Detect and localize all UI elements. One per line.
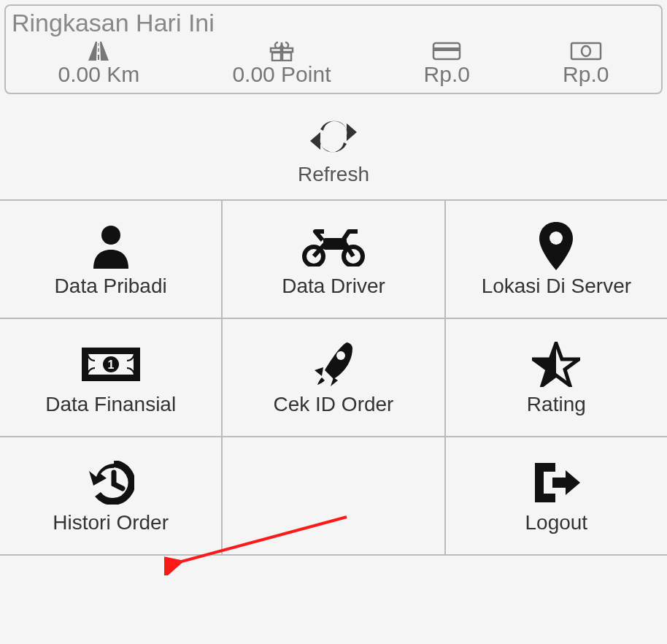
menu-histori-order[interactable]: Histori Order — [0, 437, 221, 554]
summary-cash-value: Rp.0 — [563, 62, 609, 87]
history-icon — [88, 457, 134, 508]
menu-label: Data Finansial — [45, 393, 176, 416]
menu-empty — [223, 437, 444, 554]
svg-point-14 — [336, 351, 345, 360]
svg-point-4 — [101, 226, 120, 245]
map-pin-icon — [538, 221, 574, 272]
user-icon — [89, 221, 133, 272]
menu-cek-id-order[interactable]: Cek ID Order — [223, 319, 444, 436]
road-icon — [85, 40, 112, 62]
menu-label: Cek ID Order — [274, 393, 394, 416]
svg-point-3 — [582, 46, 590, 56]
summary-card-balance: Rp.0 — [424, 40, 470, 87]
summary-points: 0.00 Point — [232, 40, 331, 87]
refresh-label: Refresh — [298, 163, 369, 186]
menu-logout[interactable]: Logout — [446, 437, 667, 554]
menu-label: Histori Order — [53, 511, 169, 534]
summary-distance-value: 0.00 Km — [58, 62, 140, 87]
menu-label: Logout — [525, 511, 588, 534]
star-icon — [532, 339, 580, 390]
refresh-button[interactable]: Refresh — [0, 94, 667, 199]
motorcycle-icon — [301, 221, 366, 272]
summary-card: Ringkasan Hari Ini 0.00 Km 0.00 Point Rp… — [4, 4, 663, 94]
card-icon — [432, 40, 461, 62]
menu-grid: Data Pribadi Data Driver Lokasi Di Serve… — [0, 199, 667, 556]
summary-points-value: 0.00 Point — [232, 62, 331, 87]
menu-data-pribadi[interactable]: Data Pribadi — [0, 201, 221, 318]
svg-point-8 — [550, 231, 563, 245]
summary-title: Ringkasan Hari Ini — [12, 9, 655, 37]
summary-card-value: Rp.0 — [424, 62, 470, 87]
menu-label: Lokasi Di Server — [482, 275, 631, 298]
menu-rating[interactable]: Rating — [446, 319, 667, 436]
menu-label: Rating — [527, 393, 586, 416]
summary-distance: 0.00 Km — [58, 40, 140, 87]
menu-label: Data Pribadi — [55, 275, 167, 298]
svg-rect-1 — [433, 47, 460, 51]
summary-cash: Rp.0 — [563, 40, 609, 87]
menu-lokasi-server[interactable]: Lokasi Di Server — [446, 201, 667, 318]
svg-text:1: 1 — [107, 359, 114, 371]
refresh-icon — [307, 115, 360, 161]
menu-data-finansial[interactable]: 1 Data Finansial — [0, 319, 221, 436]
gift-icon — [269, 40, 294, 62]
svg-rect-7 — [324, 239, 344, 248]
menu-data-driver[interactable]: Data Driver — [223, 201, 444, 318]
money-icon: 1 — [80, 339, 142, 390]
summary-row: 0.00 Km 0.00 Point Rp.0 Rp.0 — [12, 40, 655, 87]
logout-icon — [531, 457, 582, 508]
rocket-icon — [312, 339, 355, 390]
cash-icon — [570, 40, 602, 62]
menu-label: Data Driver — [282, 275, 385, 298]
